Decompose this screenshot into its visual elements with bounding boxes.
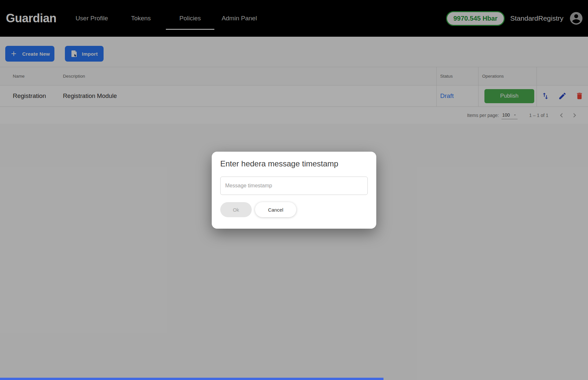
ok-button[interactable]: Ok	[220, 202, 252, 217]
horizontal-scrollbar-thumb[interactable]	[0, 378, 383, 380]
dialog-title: Enter hedera message timestamp	[220, 159, 368, 168]
guardian-policies-page: Guardian User Profile Tokens Policies Ad…	[0, 0, 588, 380]
message-timestamp-input[interactable]	[220, 177, 368, 195]
timestamp-dialog: Enter hedera message timestamp Ok Cancel	[212, 152, 376, 229]
dialog-actions: Ok Cancel	[220, 202, 368, 217]
cancel-button[interactable]: Cancel	[255, 202, 296, 217]
